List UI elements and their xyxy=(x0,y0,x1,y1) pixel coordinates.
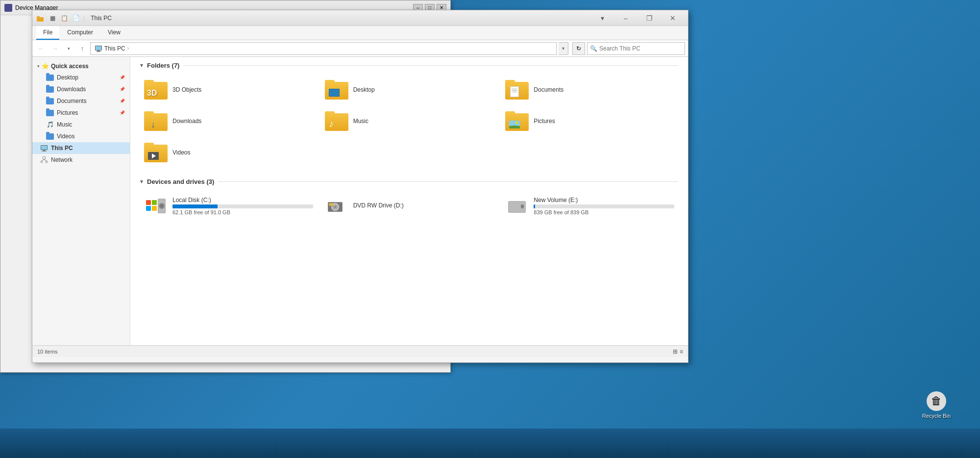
sidebar-item-music[interactable]: 🎵 Music xyxy=(32,119,130,130)
sidebar-item-documents[interactable]: Documents 📌 xyxy=(32,95,130,107)
drive-e-size: 839 GB free of 839 GB xyxy=(534,209,674,215)
view-list-button[interactable]: ≡ xyxy=(680,348,683,355)
downloads-folder-icon xyxy=(46,85,54,93)
tab-view[interactable]: View xyxy=(101,26,127,40)
qa-paste-button[interactable]: 📄 xyxy=(71,13,81,24)
documents-pin-icon: 📌 xyxy=(120,99,125,103)
downloads-pin-icon: 📌 xyxy=(120,87,125,92)
svg-rect-18 xyxy=(146,206,151,211)
explorer-title: This PC xyxy=(91,15,112,22)
back-button[interactable]: ← xyxy=(35,43,47,54)
drive-c-info: Local Disk (C:) 62.1 GB free of 91.0 GB xyxy=(172,197,313,215)
sidebar-item-network[interactable]: Network xyxy=(32,154,130,166)
folder-documents[interactable]: Documents xyxy=(501,76,678,103)
search-input[interactable] xyxy=(587,42,685,55)
explorer-close-button[interactable]: ✕ xyxy=(662,11,684,25)
folder-pictures[interactable]: Pictures xyxy=(501,107,678,135)
path-separator: › xyxy=(127,46,129,51)
svg-rect-4 xyxy=(96,46,101,50)
folder-3d-objects[interactable]: 3D 3D Objects xyxy=(140,76,317,103)
sidebar-documents-label: Documents xyxy=(57,98,87,104)
explorer-minimize-button[interactable]: – xyxy=(614,11,637,25)
sidebar-videos-label: Videos xyxy=(57,133,74,140)
tab-computer[interactable]: Computer xyxy=(60,26,100,40)
drive-e-fill xyxy=(534,204,535,208)
drive-d[interactable]: DVD DVD RW Drive (D:) xyxy=(321,192,498,220)
taskbar xyxy=(0,429,980,458)
drive-e-bar xyxy=(534,204,674,208)
network-icon xyxy=(40,156,48,164)
drive-e-info: New Volume (E:) 839 GB free of 839 GB xyxy=(534,197,674,215)
folder-desktop-icon xyxy=(325,80,348,100)
path-this-pc: This PC xyxy=(104,45,125,52)
recycle-bin-icon: 🗑 xyxy=(927,391,946,411)
recent-locations-button[interactable]: ▾ xyxy=(63,43,74,54)
folder-3d-icon: 3D xyxy=(144,80,168,100)
sidebar-network-label: Network xyxy=(51,156,73,163)
sidebar-this-pc-label: This PC xyxy=(51,145,73,152)
qa-grid-button[interactable]: ▦ xyxy=(47,13,58,24)
explorer-restore-button[interactable]: ❐ xyxy=(638,11,661,25)
sidebar-desktop-label: Desktop xyxy=(57,74,78,81)
status-bar: 10 items ⊞ ≡ xyxy=(32,345,688,357)
drives-section-title: Devices and drives (3) xyxy=(147,178,214,185)
svg-rect-17 xyxy=(152,200,157,205)
address-bar: ← → ▾ ↑ This PC › ▾ ↻ 🔍 xyxy=(32,40,688,57)
svg-point-28 xyxy=(334,206,336,208)
drive-e[interactable]: New Volume (E:) 839 GB free of 839 GB xyxy=(501,192,678,220)
svg-point-13 xyxy=(46,161,48,163)
svg-point-23 xyxy=(160,204,163,207)
quick-access-toolbar: ▦ 📋 📄 | xyxy=(47,13,86,24)
address-dropdown[interactable]: ▾ xyxy=(559,42,568,55)
folder-videos-label: Videos xyxy=(172,149,190,156)
folder-music[interactable]: ♪ Music xyxy=(321,107,498,135)
refresh-button[interactable]: ↻ xyxy=(572,42,585,55)
explorer-dropdown-button[interactable]: ▾ xyxy=(591,11,613,25)
svg-text:DVD: DVD xyxy=(329,203,335,206)
hdd-icon-c xyxy=(144,196,168,216)
qa-copy-button[interactable]: 📋 xyxy=(59,13,70,24)
sidebar-icon: ⭐ xyxy=(42,63,49,70)
folders-section-title: Folders (7) xyxy=(147,62,179,69)
sidebar-quick-access-header[interactable]: ▾ ⭐ Quick access xyxy=(32,61,130,72)
sidebar-item-videos[interactable]: Videos xyxy=(32,130,130,142)
folder-pictures-label: Pictures xyxy=(534,118,555,125)
drives-section-header: ▾ Devices and drives (3) xyxy=(140,178,678,185)
status-items-count: 10 items xyxy=(37,349,58,355)
view-grid-button[interactable]: ⊞ xyxy=(673,348,678,355)
drives-chevron: ▾ xyxy=(140,178,143,185)
status-right: ⊞ ≡ xyxy=(673,348,683,355)
drive-c-fill xyxy=(172,204,218,208)
folder-videos[interactable]: Videos xyxy=(140,139,317,166)
folder-downloads[interactable]: ↓ Downloads xyxy=(140,107,317,135)
tab-file[interactable]: File xyxy=(36,26,59,40)
svg-rect-10 xyxy=(42,151,47,152)
recycle-bin[interactable]: 🗑 Recycle Bin xyxy=(922,391,951,419)
folders-section-header: ▾ Folders (7) xyxy=(140,62,678,69)
folder-documents-label: Documents xyxy=(534,86,564,93)
folder-downloads-icon: ↓ xyxy=(144,111,168,131)
svg-point-11 xyxy=(43,156,46,159)
drive-d-info: DVD RW Drive (D:) xyxy=(353,202,494,210)
sidebar-item-desktop[interactable]: Desktop 📌 xyxy=(32,72,130,83)
sidebar-item-pictures[interactable]: Pictures 📌 xyxy=(32,107,130,119)
svg-line-14 xyxy=(42,159,44,161)
quick-access-chevron: ▾ xyxy=(37,64,40,69)
search-icon: 🔍 xyxy=(590,45,597,52)
svg-rect-9 xyxy=(43,150,46,151)
sidebar-item-this-pc[interactable]: This PC xyxy=(32,142,130,154)
drive-d-label: DVD RW Drive (D:) xyxy=(353,202,494,209)
desktop-pin-icon: 📌 xyxy=(120,75,125,80)
folder-documents-icon xyxy=(505,80,529,100)
drive-c-size: 62.1 GB free of 91.0 GB xyxy=(172,209,313,215)
explorer-titlebar: ▦ 📋 📄 | This PC ▾ – ❐ ✕ xyxy=(32,10,688,26)
forward-button[interactable]: → xyxy=(49,43,61,54)
sidebar-item-downloads[interactable]: Downloads 📌 xyxy=(32,83,130,95)
up-button[interactable]: ↑ xyxy=(76,43,88,54)
folder-desktop[interactable]: Desktop xyxy=(321,76,498,103)
folder-desktop-label: Desktop xyxy=(353,86,375,93)
folder-videos-icon xyxy=(144,143,168,162)
address-path[interactable]: This PC › xyxy=(90,42,557,55)
drive-c[interactable]: Local Disk (C:) 62.1 GB free of 91.0 GB xyxy=(140,192,317,220)
svg-rect-2 xyxy=(37,18,43,21)
